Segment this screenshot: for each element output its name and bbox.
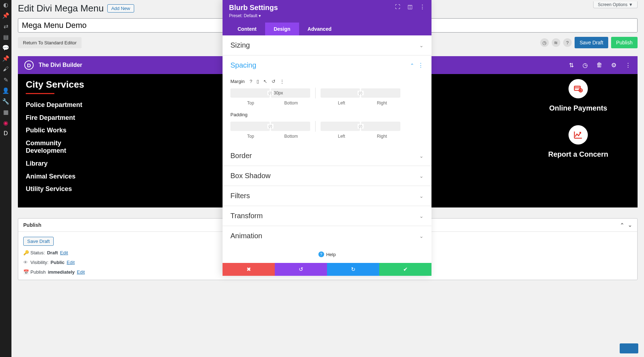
- expand-icon[interactable]: ⛶: [395, 4, 400, 10]
- media-icon[interactable]: ⇄: [3, 23, 9, 29]
- wp-admin-sidebar: ◐ 📌 ⇄ ▤ 💬 📌 🖌 ✎ 👤 🔧 ▦ ◉ D: [0, 0, 11, 287]
- more-icon[interactable]: ⋮: [280, 79, 284, 84]
- right-label: Right: [362, 134, 402, 139]
- edit-publish-link[interactable]: Edit: [77, 269, 85, 275]
- section-animation[interactable]: Animation⌄: [223, 226, 431, 246]
- calendar-icon: 📅: [23, 269, 28, 275]
- edit-icon[interactable]: ✎: [3, 77, 9, 83]
- margin-label: Margin: [230, 79, 245, 84]
- undo-button[interactable]: ↺: [275, 263, 327, 276]
- link-icon[interactable]: ⟨/⟩: [357, 124, 364, 129]
- margin-top-input[interactable]: [230, 88, 270, 98]
- gear-icon[interactable]: ⚙: [611, 62, 616, 69]
- margin-right-input[interactable]: [361, 88, 400, 98]
- tools-icon[interactable]: 🔧: [3, 98, 9, 104]
- brush-icon[interactable]: 🖌: [3, 66, 9, 72]
- left-label: Left: [321, 134, 362, 139]
- section-sizing[interactable]: Sizing⌄: [223, 35, 431, 55]
- save-draft-button[interactable]: Save Draft: [575, 37, 608, 48]
- more-icon[interactable]: ⋮: [625, 62, 631, 69]
- comments-icon[interactable]: 💬: [3, 44, 9, 51]
- divi-icon[interactable]: D: [3, 130, 9, 137]
- chevron-up-icon[interactable]: ⌃: [620, 222, 624, 228]
- publish-label: Publish: [30, 269, 46, 275]
- pages-icon[interactable]: ▤: [3, 34, 9, 40]
- top-label: Top: [230, 134, 271, 139]
- report-concern-label[interactable]: Report a Concern: [548, 150, 608, 158]
- section-box-shadow[interactable]: Box Shadow⌄: [223, 166, 431, 186]
- link-icon[interactable]: ⟨/⟩: [267, 91, 273, 96]
- circle-action-2[interactable]: ≋: [552, 38, 560, 47]
- mobile-icon[interactable]: ▯: [257, 79, 259, 84]
- clock-icon[interactable]: ◷: [582, 62, 588, 69]
- section-spacing[interactable]: Spacing⌃ ⋮: [223, 55, 431, 75]
- padding-label: Padding: [230, 112, 248, 117]
- modal-title: Blurb Settings: [229, 4, 278, 12]
- link-icon[interactable]: ⟨/⟩: [357, 91, 364, 96]
- screen-options-toggle[interactable]: Screen Options ▼: [593, 1, 638, 8]
- help-circle-icon: ?: [318, 251, 324, 257]
- online-payments-icon[interactable]: [569, 79, 588, 98]
- circle-action-1[interactable]: ◷: [540, 38, 549, 47]
- left-label: Left: [321, 101, 362, 106]
- arrows-icon[interactable]: ⇅: [569, 62, 574, 69]
- chevron-down-icon[interactable]: ⌄: [628, 222, 632, 228]
- confirm-button[interactable]: ✔: [379, 263, 431, 276]
- section-filters[interactable]: Filters⌄: [223, 186, 431, 206]
- columns-icon[interactable]: ◫: [408, 4, 413, 10]
- publish-box-title: Publish: [23, 222, 42, 228]
- redo-button[interactable]: ↻: [327, 263, 379, 276]
- builder-name-label: The Divi Builder: [39, 62, 82, 68]
- padding-bottom-input[interactable]: [271, 122, 310, 131]
- add-icon[interactable]: ▦: [3, 109, 9, 115]
- theme-icon[interactable]: ◉: [3, 119, 9, 126]
- modal-preset[interactable]: Preset: Default ▾: [229, 13, 278, 18]
- return-standard-editor-button[interactable]: Return To Standard Editor: [18, 37, 82, 48]
- title-underline: [26, 93, 54, 94]
- top-label: Top: [230, 101, 271, 106]
- padding-right-input[interactable]: [361, 122, 400, 131]
- users-icon[interactable]: 👤: [3, 87, 9, 94]
- dashboard-icon[interactable]: ◐: [3, 1, 9, 8]
- publish-button[interactable]: Publish: [611, 37, 638, 48]
- trash-icon[interactable]: 🗑: [596, 62, 602, 69]
- tab-advanced[interactable]: Advanced: [299, 23, 340, 35]
- section-border[interactable]: Border⌄: [223, 146, 431, 166]
- status-label: Status:: [30, 250, 45, 255]
- margin-bottom-input[interactable]: [271, 88, 310, 98]
- edit-visibility-link[interactable]: Edit: [67, 260, 74, 265]
- tab-design[interactable]: Design: [265, 23, 299, 35]
- online-payments-label[interactable]: Online Payments: [549, 104, 607, 112]
- add-new-button[interactable]: Add New: [107, 4, 134, 13]
- section-transform[interactable]: Transform⌄: [223, 206, 431, 226]
- link-icon[interactable]: ⟨/⟩: [267, 124, 273, 129]
- page-title: Edit Divi Mega Menu: [18, 3, 104, 14]
- publish-value: immediately: [48, 269, 75, 275]
- visibility-label: Visibility:: [30, 260, 48, 265]
- pin-icon[interactable]: 📌: [3, 12, 9, 19]
- bottom-label: Bottom: [271, 134, 311, 139]
- edit-status-link[interactable]: Edit: [60, 250, 68, 255]
- divi-logo-icon: D: [24, 60, 34, 70]
- pin2-icon[interactable]: 📌: [3, 55, 9, 62]
- status-value: Draft: [47, 250, 58, 255]
- report-concern-icon[interactable]: [569, 125, 588, 145]
- help-icon[interactable]: ?: [250, 79, 252, 84]
- save-draft-small-button[interactable]: Save Draft: [23, 237, 54, 246]
- help-link[interactable]: ?Help: [223, 246, 431, 263]
- reset-icon[interactable]: ↺: [272, 79, 275, 84]
- key-icon: 🔑: [23, 250, 28, 255]
- padding-top-input[interactable]: [230, 122, 270, 131]
- cancel-button[interactable]: ✖: [223, 263, 275, 276]
- right-label: Right: [362, 101, 402, 106]
- circle-action-3[interactable]: ?: [563, 38, 572, 47]
- tab-content[interactable]: Content: [229, 23, 265, 35]
- eye-icon: 👁: [23, 260, 28, 265]
- hover-icon[interactable]: ↖: [263, 79, 267, 84]
- margin-left-input[interactable]: [321, 88, 360, 98]
- list-item[interactable]: Community Development: [26, 140, 76, 155]
- more-vertical-icon[interactable]: ⋮: [420, 4, 425, 10]
- padding-left-input[interactable]: [321, 122, 360, 131]
- visibility-value: Public: [50, 260, 64, 265]
- bottom-label: Bottom: [271, 101, 311, 106]
